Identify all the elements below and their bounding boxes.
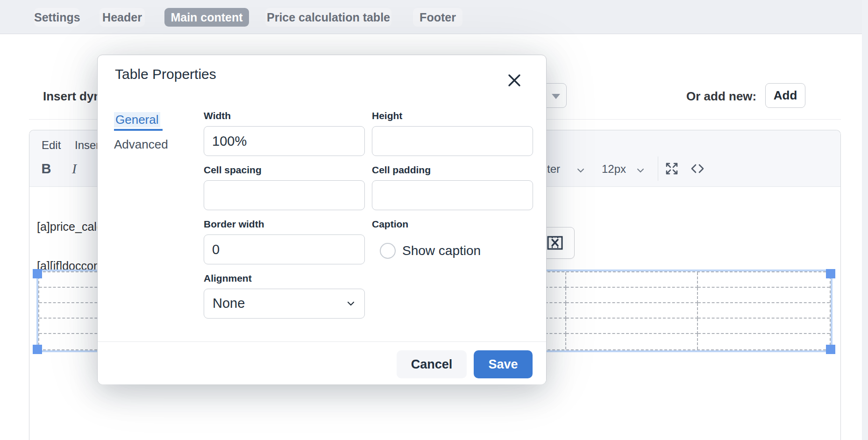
cell-padding-label: Cell padding: [372, 164, 431, 176]
chevron-down-icon: [347, 300, 355, 309]
page: Settings Header Main content Price calcu…: [0, 0, 868, 440]
tab-footer[interactable]: Footer: [413, 8, 462, 27]
cancel-button[interactable]: Cancel: [397, 350, 467, 378]
show-caption-checkbox[interactable]: [380, 243, 396, 259]
table-resize-handle-top-right[interactable]: [826, 269, 835, 278]
table-cell[interactable]: [566, 272, 698, 288]
boxed-x-icon: [546, 234, 564, 254]
fullscreen-icon[interactable]: [662, 159, 681, 178]
alignment-select[interactable]: None: [204, 289, 365, 319]
border-width-label: Border width: [204, 219, 264, 230]
cell-spacing-label: Cell spacing: [204, 164, 262, 176]
table-cell[interactable]: [566, 303, 698, 319]
caption-label: Caption: [372, 219, 408, 230]
table-cell[interactable]: [566, 288, 698, 303]
font-size-dropdown[interactable]: 12px: [602, 163, 626, 176]
tab-price-calculation-table[interactable]: Price calculation table: [265, 8, 391, 27]
height-input[interactable]: [372, 126, 533, 156]
table-cell[interactable]: [698, 319, 830, 334]
alignment-value: None: [213, 296, 245, 311]
table-resize-handle-top-left[interactable]: [33, 269, 42, 278]
editor-text-line: [a]price_calc: [37, 220, 102, 234]
alignment-label: Alignment: [204, 273, 252, 284]
table-cell[interactable]: [698, 288, 830, 303]
border-width-input[interactable]: [204, 234, 365, 264]
add-button[interactable]: Add: [765, 83, 805, 108]
show-caption-label: Show caption: [402, 243, 481, 258]
width-label: Width: [204, 110, 231, 121]
or-add-new-label: Or add new:: [686, 89, 756, 104]
bold-button[interactable]: B: [36, 158, 57, 179]
italic-button[interactable]: I: [64, 158, 85, 179]
insert-dynamic-label: Insert dyn: [43, 89, 101, 104]
tab-header[interactable]: Header: [100, 8, 145, 27]
table-resize-handle-bottom-right[interactable]: [826, 345, 835, 354]
dialog-title: Table Properties: [115, 66, 216, 82]
source-code-icon[interactable]: [688, 159, 707, 178]
height-label: Height: [372, 110, 402, 121]
table-cell[interactable]: [698, 272, 830, 288]
dropdown-caret-icon: [552, 94, 560, 99]
tab-settings[interactable]: Settings: [34, 8, 79, 27]
dialog-footer: Cancel Save: [98, 341, 546, 384]
save-button[interactable]: Save: [474, 350, 533, 378]
cell-spacing-input[interactable]: [204, 180, 365, 210]
menu-edit[interactable]: Edit: [42, 139, 61, 152]
chevron-down-icon: [577, 167, 584, 175]
table-resize-handle-bottom-left[interactable]: [33, 345, 42, 354]
table-cell[interactable]: [698, 334, 830, 349]
close-icon[interactable]: [504, 70, 525, 91]
table-cell[interactable]: [698, 303, 830, 319]
dialog-tab-advanced[interactable]: Advanced: [114, 137, 168, 152]
table-properties-dialog: Table Properties General Advanced Width …: [97, 55, 547, 384]
page-right-margin: [862, 0, 868, 440]
cell-padding-input[interactable]: [372, 180, 533, 210]
toolbar-separator: [658, 156, 658, 181]
tab-main-content[interactable]: Main content: [164, 8, 249, 27]
chevron-down-icon: [637, 167, 644, 175]
width-input[interactable]: [204, 126, 365, 156]
table-cell[interactable]: [566, 319, 698, 334]
dialog-tab-general[interactable]: General: [114, 112, 160, 128]
active-tab-underline: [114, 129, 163, 131]
table-cell[interactable]: [566, 334, 698, 349]
